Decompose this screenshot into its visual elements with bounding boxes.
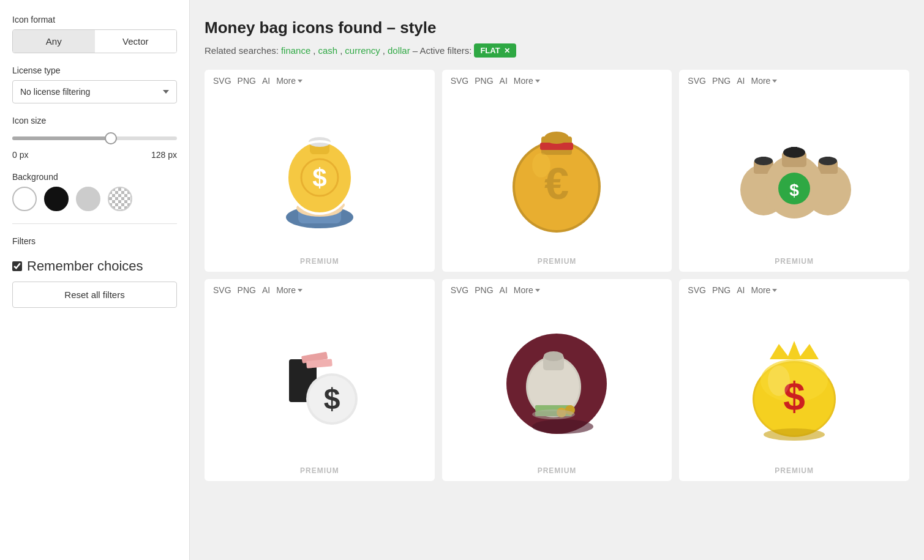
card-1-label: PREMIUM	[205, 251, 435, 272]
icon-card-2: SVG PNG AI More	[442, 70, 672, 272]
related-prefix: Related searches:	[205, 45, 279, 56]
license-select[interactable]: No license filtering Free Premium	[12, 80, 177, 103]
reset-filters-button[interactable]: Reset all filters	[12, 282, 177, 308]
sidebar-divider	[12, 223, 177, 224]
card-2-svg[interactable]: SVG	[451, 76, 469, 86]
license-type-section: License type No license filtering Free P…	[12, 65, 177, 103]
svg-point-19	[532, 153, 550, 177]
card-4-more-arrow-icon	[298, 289, 302, 292]
card-4-label: PREMIUM	[205, 460, 435, 481]
icon-size-section: Icon size 0 px 128 px	[12, 116, 177, 160]
card-5-label: PREMIUM	[442, 460, 672, 481]
card-2-image[interactable]: €	[442, 92, 672, 251]
card-1-more-label: More	[276, 76, 296, 86]
bg-black-button[interactable]	[44, 187, 69, 211]
slider-fill	[12, 136, 111, 140]
active-filter-badge[interactable]: FLAT ✕	[474, 43, 516, 58]
card-2-more[interactable]: More	[514, 76, 540, 86]
card-2-ai[interactable]: AI	[500, 76, 508, 86]
active-filter-text: FLAT	[480, 46, 500, 55]
bg-white-button[interactable]	[12, 187, 37, 211]
card-1-toolbar: SVG PNG AI More	[205, 70, 435, 92]
icon-card-3: SVG PNG AI More	[679, 70, 909, 272]
card-5-svg[interactable]: SVG	[451, 285, 469, 295]
svg-text:$: $	[312, 163, 326, 192]
remove-filter-icon[interactable]: ✕	[504, 47, 510, 55]
card-6-toolbar: SVG PNG AI More	[679, 279, 909, 301]
card-2-label: PREMIUM	[442, 251, 672, 272]
card-5-more-label: More	[514, 285, 533, 295]
card-2-png[interactable]: PNG	[475, 76, 493, 86]
card-3-image[interactable]: $	[679, 92, 909, 251]
format-vector-button[interactable]: Vector	[95, 30, 177, 53]
remember-choices-text: Remember choices	[27, 258, 143, 274]
card-4-toolbar: SVG PNG AI More	[205, 279, 435, 301]
card-6-more-arrow-icon	[772, 289, 777, 292]
bg-transparent-button[interactable]	[108, 187, 132, 211]
card-5-png[interactable]: PNG	[475, 285, 493, 295]
background-circles	[12, 187, 177, 211]
svg-text:$: $	[789, 181, 799, 200]
related-link-cash[interactable]: cash	[318, 45, 337, 56]
card-2-toolbar: SVG PNG AI More	[442, 70, 672, 92]
filters-section: Filters Remember choices Reset all filte…	[12, 236, 177, 308]
card-6-more[interactable]: More	[751, 285, 777, 295]
svg-point-41	[532, 419, 593, 434]
card-1-image[interactable]: $	[205, 92, 435, 251]
card-2-more-label: More	[514, 76, 533, 86]
related-link-currency[interactable]: currency	[345, 45, 380, 56]
icon-card-1: SVG PNG AI More	[205, 70, 435, 272]
card-5-more[interactable]: More	[514, 285, 540, 295]
related-link-finance[interactable]: finance	[281, 45, 310, 56]
card-3-more-label: More	[751, 76, 770, 86]
card-3-label: PREMIUM	[679, 251, 909, 272]
size-max-label: 128 px	[151, 150, 177, 160]
card-4-more[interactable]: More	[276, 285, 302, 295]
size-min-label: 0 px	[12, 150, 28, 160]
slider-thumb[interactable]	[105, 132, 117, 144]
card-4-image[interactable]: $	[205, 301, 435, 460]
card-4-svg[interactable]: SVG	[213, 285, 231, 295]
icon-card-6: SVG PNG AI More $	[679, 279, 909, 481]
card-6-png[interactable]: PNG	[712, 285, 731, 295]
card-3-more[interactable]: More	[751, 76, 777, 86]
slider-track[interactable]	[12, 136, 177, 140]
card-5-image[interactable]	[442, 301, 672, 460]
format-any-button[interactable]: Any	[13, 30, 95, 53]
card-1-png[interactable]: PNG	[238, 76, 256, 86]
card-1-ai[interactable]: AI	[262, 76, 270, 86]
background-section: Background	[12, 172, 177, 211]
size-labels: 0 px 128 px	[12, 150, 177, 160]
card-4-png[interactable]: PNG	[238, 285, 256, 295]
card-4-ai[interactable]: AI	[262, 285, 270, 295]
card-4-more-label: More	[276, 285, 296, 295]
bg-lightgray-button[interactable]	[76, 187, 100, 211]
card-6-svg[interactable]: SVG	[688, 285, 706, 295]
card-2-more-arrow-icon	[535, 80, 540, 83]
card-5-more-arrow-icon	[535, 289, 540, 292]
svg-rect-27	[825, 157, 830, 163]
card-5-ai[interactable]: AI	[500, 285, 508, 295]
related-searches: Related searches: finance, cash, currenc…	[205, 43, 909, 58]
svg-point-17	[544, 132, 569, 144]
active-filter-prefix: – Active filters:	[413, 45, 472, 56]
card-3-more-arrow-icon	[772, 80, 777, 83]
card-3-ai[interactable]: AI	[737, 76, 745, 86]
card-3-svg[interactable]: SVG	[688, 76, 706, 86]
background-label: Background	[12, 172, 177, 182]
remember-choices-checkbox[interactable]	[12, 261, 22, 271]
card-1-svg[interactable]: SVG	[213, 76, 231, 86]
related-link-dollar[interactable]: dollar	[388, 45, 410, 56]
svg-point-45	[544, 351, 563, 361]
card-5-toolbar: SVG PNG AI More	[442, 279, 672, 301]
card-6-label: PREMIUM	[679, 460, 909, 481]
card-6-ai[interactable]: AI	[737, 285, 745, 295]
svg-marker-51	[770, 341, 819, 359]
card-3-png[interactable]: PNG	[712, 76, 731, 86]
remember-choices-label[interactable]: Remember choices	[12, 258, 177, 274]
icon-format-section: Icon format Any Vector	[12, 15, 177, 53]
page-title: Money bag icons found – style	[205, 18, 909, 37]
card-1-more[interactable]: More	[276, 76, 302, 86]
card-6-image[interactable]: $	[679, 301, 909, 460]
svg-point-56	[764, 428, 825, 441]
